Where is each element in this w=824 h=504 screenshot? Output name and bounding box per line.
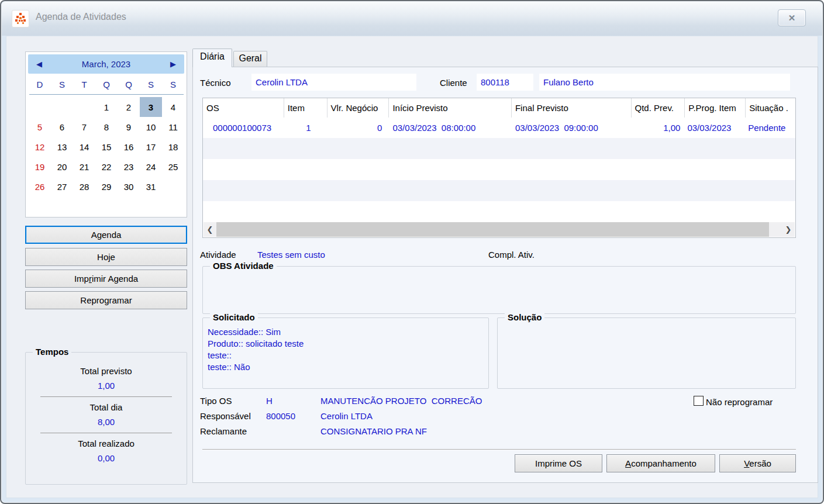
tab-geral[interactable]: Geral [233,51,267,67]
grid-cell: 03/03/2023 09:00:00 [512,118,632,138]
calendar-day[interactable]: 22 [95,157,118,177]
solicitado-line: Produto:: solicitado teste [208,338,304,350]
calendar-day[interactable]: 28 [73,177,95,196]
reclamante-label: Reclamante [200,426,247,436]
calendar-day[interactable]: 6 [51,117,73,137]
calendar-day[interactable]: 5 [29,117,51,137]
calendar-day[interactable]: 7 [73,117,95,137]
calendar-day[interactable]: 14 [73,137,95,157]
versao-button-label: Versão [744,458,771,468]
grid-column-header[interactable]: Situação . [746,98,795,118]
imprime-os-button[interactable]: Imprime OS [515,454,602,472]
solicitado-line: teste:: [208,350,304,361]
solicitado-title: Solicitado [210,312,258,322]
calendar-day[interactable]: 24 [140,157,162,177]
tecnico-field[interactable]: Cerolin LTDA [251,74,416,91]
calendar-separator [29,94,184,95]
tab-page-diaria: Técnico Cerolin LTDA Cliente 800118 Fula… [192,67,818,483]
calendar-day[interactable]: 26 [29,177,51,196]
calendar-day[interactable]: 11 [162,117,184,137]
tipo-os-code: H [266,396,273,406]
dialog-client-area: ◀ March, 2023 ▶ DSTQQSS 1234567891011121… [6,36,818,498]
calendar-day[interactable]: 27 [51,177,73,196]
calendar-day[interactable]: 19 [29,157,51,177]
calendar-day[interactable]: 1 [95,97,118,117]
grid-column-header[interactable]: Vlr. Negócio [327,98,389,118]
app-icon [12,10,29,27]
calendar-day[interactable]: 13 [51,137,73,157]
grid-empty-row [203,201,795,222]
tab-diaria[interactable]: Diária [192,49,232,67]
calendar-day[interactable]: 17 [140,137,162,157]
calendar: ◀ March, 2023 ▶ DSTQQSS 1234567891011121… [25,51,187,218]
grid-cell: 0 [327,118,389,138]
agenda-button[interactable]: Agenda [25,226,187,244]
imprimir-agenda-button[interactable]: Imprimir Agenda [25,270,187,288]
calendar-day[interactable]: 9 [118,117,140,137]
calendar-weekday: D [29,75,51,93]
calendar-day[interactable]: 18 [162,137,184,157]
responsavel-name: Cerolin LTDA [320,411,373,421]
calendar-grid: DSTQQSS 12345678910111213141516171819202… [29,75,184,196]
grid-column-header[interactable]: Final Previsto [512,98,632,118]
responsavel-label: Responsável [200,411,251,421]
screen: Agenda de Atividades ✕ ◀ March, 2023 ▶ D… [0,0,824,504]
scroll-thumb[interactable] [216,222,769,237]
atividade-value: Testes sem custo [257,250,325,260]
calendar-week-row: 262728293031 [29,177,184,196]
grid-column-header[interactable]: Início Previsto [389,98,512,118]
grid-data-row[interactable]: 0000001000731003/03/2023 08:00:0003/03/2… [203,118,795,138]
tempos-item-label: Total previsto [26,366,187,376]
calendar-day[interactable]: 15 [95,137,118,157]
scroll-right-icon[interactable]: ❯ [782,225,795,234]
os-grid-header: OSItemVlr. NegócioInício PrevistoFinal P… [203,98,795,118]
calendar-day[interactable]: 21 [73,157,95,177]
compl-ativ-label: Compl. Ativ. [488,250,535,260]
calendar-day[interactable]: 8 [95,117,118,137]
reprogramar-button[interactable]: Reprogramar [25,291,187,309]
os-grid: OSItemVlr. NegócioInício PrevistoFinal P… [202,98,796,238]
grid-cell: 1,00 [632,118,685,138]
calendar-day[interactable]: 10 [140,117,162,137]
solicitado-group: Solicitado Necessidade:: SimProduto:: so… [202,317,489,389]
calendar-day[interactable]: 31 [140,177,162,196]
grid-column-header[interactable]: Qtd. Prev. [632,98,685,118]
grid-empty-row [203,138,795,159]
calendar-day[interactable]: 30 [118,177,140,196]
title-bar[interactable]: Agenda de Atividades ✕ [2,2,822,36]
tempos-body: Total previsto1,00Total dia8,00Total rea… [26,361,187,463]
calendar-day[interactable]: 23 [118,157,140,177]
grid-column-header[interactable]: P.Prog. Item [685,98,746,118]
calendar-day[interactable]: 20 [51,157,73,177]
calendar-day[interactable]: 16 [118,137,140,157]
calendar-day[interactable]: 2 [118,97,140,117]
versao-button[interactable]: Versão [719,454,796,472]
cliente-name-field[interactable]: Fulano Berto [539,74,790,91]
calendar-month-title: March, 2023 [82,59,130,69]
grid-column-header[interactable]: OS [203,98,284,118]
close-button[interactable]: ✕ [778,9,806,26]
calendar-day[interactable]: 25 [162,157,184,177]
solucao-title: Solução [505,312,544,322]
hoje-button[interactable]: Hoje [25,248,187,266]
calendar-prev-icon[interactable]: ◀ [30,54,48,74]
scroll-left-icon[interactable]: ❮ [204,225,216,234]
calendar-day[interactable]: 12 [29,137,51,157]
grid-column-header[interactable]: Item [284,98,327,118]
acompanhamento-button[interactable]: Acompanhamento [606,454,715,472]
os-grid-hscrollbar[interactable]: ❮ ❯ [204,222,795,237]
calendar-day[interactable]: 29 [95,177,118,196]
tipo-os-desc: MANUTENCÃO PROJETO CORRECÃO [320,396,482,406]
cliente-code-field[interactable]: 800118 [477,74,533,91]
app-logo-icon [14,12,27,25]
bottom-separator [202,449,796,450]
calendar-day[interactable]: 4 [162,97,184,117]
calendar-day-selected[interactable]: 3 [140,97,162,117]
tempos-item-value: 1,00 [26,381,187,391]
calendar-next-icon[interactable]: ▶ [164,54,182,74]
nao-reprogramar-checkbox[interactable] [694,396,704,406]
calendar-header: ◀ March, 2023 ▶ [28,54,184,74]
solucao-group: Solução [497,317,796,389]
calendar-weekday: Q [118,75,140,93]
solicitado-content: Necessidade:: SimProduto:: solicitado te… [208,326,304,373]
